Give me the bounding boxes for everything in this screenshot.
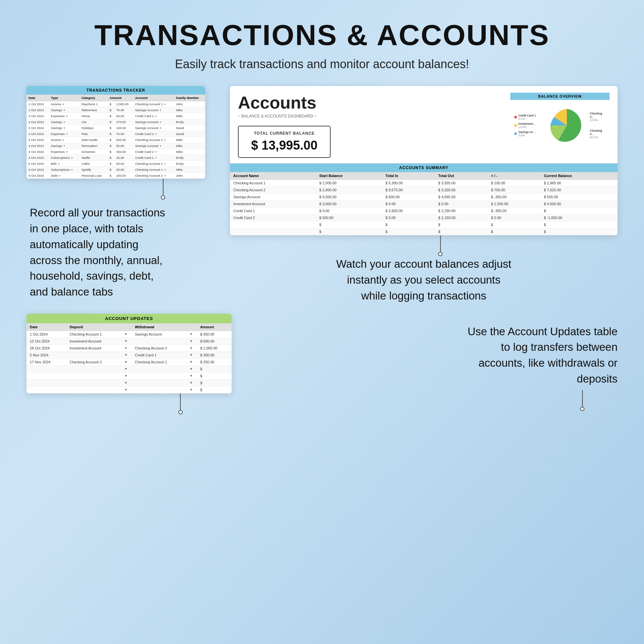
table-row: 4 Oct 2024Income ▼Side Hustle$600.00Chec… bbox=[26, 137, 205, 143]
table-row: 3 Oct 2024Expenses ▼Pets$70.50Credit Car… bbox=[26, 131, 205, 137]
transactions-header: TRANSACTIONS TRACKER bbox=[26, 86, 205, 95]
table-row: Credit Card 1$ 0.00$ 2,600.00$ 2,290.00$… bbox=[230, 207, 618, 214]
left-description: Record all your transactions in one plac… bbox=[26, 205, 210, 300]
total-balance-label: TOTAL CURRENT BALANCE bbox=[245, 131, 323, 136]
legend-checking1: Checking A...18.9% bbox=[590, 112, 606, 122]
legend-credit-card1: Credit Card 10.1% bbox=[518, 114, 536, 120]
table-row: $$$$$ bbox=[230, 221, 618, 228]
total-balance-value: $ 13,995.00 bbox=[245, 138, 323, 153]
table-row: 3 Oct 2024Savings ▼Car$270.00Savings Acc… bbox=[26, 119, 205, 125]
accounts-summary-table: Account Name Start Balance Total In Tota… bbox=[230, 172, 618, 235]
table-row: Checking Account 2$ 2,000.00$ 9,575.00$ … bbox=[230, 187, 618, 194]
table-row: 6 Oct 2024Subscriptions ▼Spotify$20.00Ch… bbox=[26, 167, 205, 173]
legend-savings: Savings Ac...3.6% bbox=[518, 130, 535, 137]
accounts-card: Accounts ~ BALANCE & ACCOUNTS DASHBOARD … bbox=[230, 86, 618, 235]
table-row: $$$$$ bbox=[230, 228, 618, 235]
transactions-table: Date Type Category Amount Account Family… bbox=[26, 95, 205, 179]
table-row: 9 Oct 2024Debt ▼Personal Loan$200.00Chec… bbox=[26, 173, 205, 179]
page-subtitle: Easily track transactions and monitor ac… bbox=[0, 57, 644, 71]
transactions-card: TRANSACTIONS TRACKER Date Type Category … bbox=[26, 86, 205, 179]
col-family: Family Member bbox=[174, 95, 205, 101]
table-row: ▼▼$ bbox=[26, 379, 232, 386]
table-row: Credit Card 2$ 500.00$ 0.00$ 2,150.00$ 0… bbox=[230, 214, 618, 221]
table-row: 4 Oct 2024Expenses ▼Groceries$360.00Cred… bbox=[26, 149, 205, 155]
accounts-summary-header: ACCOUNTS SUMMARY bbox=[230, 163, 618, 172]
table-row: 3 Oct 2024Expenses ▼Home$60.00Credit Car… bbox=[26, 113, 205, 119]
table-row: 5 Oct 2024Bills ▼Cable$50.00Checking Acc… bbox=[26, 161, 205, 167]
table-row: 3 Oct 2024Savings ▼Holidays$100.00Saving… bbox=[26, 125, 205, 131]
updates-table: Date Deposit Withdrawal Amount 1 Oct 202… bbox=[26, 323, 232, 393]
table-row: 2 Oct 2024Savings ▼Retirement$75.00Savin… bbox=[26, 107, 205, 113]
page-title: TRANSACTIONS & ACCOUNTS bbox=[0, 0, 644, 52]
col-category: Category bbox=[79, 95, 108, 101]
table-row: Investment Account$ 3,000.00$ 0.00$ 0.00… bbox=[230, 201, 618, 207]
table-row: 28 Oct 2024Investment Account▼Checking A… bbox=[26, 345, 232, 351]
col-type: Type bbox=[49, 95, 79, 101]
legend-checking2: Checking A...60.7% bbox=[590, 129, 606, 139]
bottom-description: Use the Account Updates table to log tra… bbox=[468, 324, 618, 387]
table-row: 1 Oct 2024Checking Account 1▼Savings Acc… bbox=[26, 331, 232, 338]
updates-card: ACCOUNT UPDATES Date Deposit Withdrawal … bbox=[26, 314, 232, 393]
legend-investment: Investment...18.9% bbox=[518, 122, 535, 129]
table-row: ▼▼$ bbox=[26, 365, 232, 372]
table-row: ▼▼$ bbox=[26, 386, 232, 393]
table-row: Savings Account$ 5,000.00$ 600.00$ 4,695… bbox=[230, 194, 618, 201]
table-row: 1 Oct 2024Income ▼Paycheck 1$2,500.00Che… bbox=[26, 101, 205, 107]
table-row: 12 Oct 2024Investment Account▼▼$ 500.00 bbox=[26, 338, 232, 345]
col-account: Account bbox=[133, 95, 174, 101]
accounts-title: Accounts bbox=[238, 93, 504, 113]
table-row: Checking Account 1$ 1,500.00$ 5,300.00$ … bbox=[230, 180, 618, 187]
table-row: 17 Nov 2024Checking Account 2▼Checking A… bbox=[26, 358, 232, 365]
table-row: 4 Oct 2024Savings ▼Renovation$50.00Savin… bbox=[26, 143, 205, 149]
col-date: Date bbox=[26, 95, 49, 101]
table-row: 5 Nov 2024▼Credit Card 1▼$ 300.00 bbox=[26, 351, 232, 358]
table-row: 4 Oct 2024Subscriptions ▼Netflix$25.00Cr… bbox=[26, 155, 205, 161]
table-row: ▼▼$ bbox=[26, 372, 232, 379]
col-amount: Amount bbox=[108, 95, 133, 101]
balance-overview-header: BALANCE OVERVIEW bbox=[510, 93, 610, 100]
updates-header: ACCOUNT UPDATES bbox=[26, 314, 232, 323]
accounts-subtitle: ~ BALANCE & ACCOUNTS DASHBOARD ~ bbox=[238, 114, 504, 118]
pie-chart bbox=[547, 104, 586, 147]
right-description: Watch your account balances adjust insta… bbox=[230, 256, 618, 304]
